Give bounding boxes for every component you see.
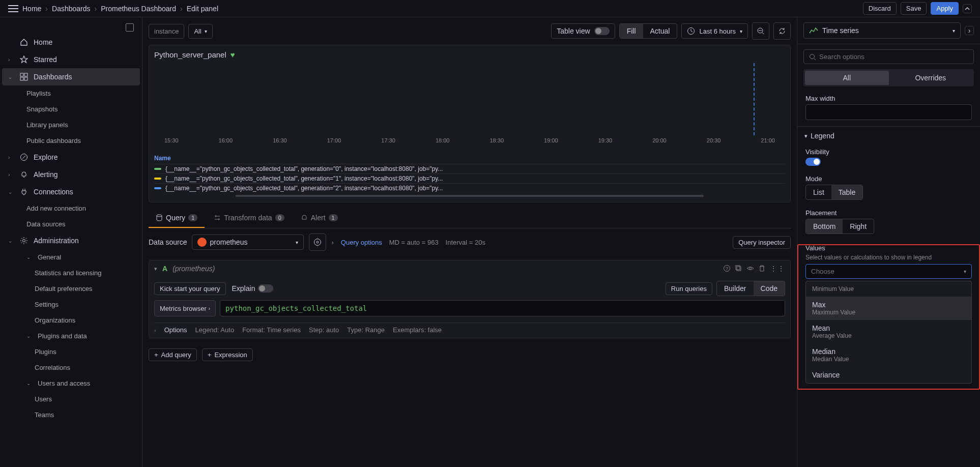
chevron-up-icon[interactable] [963, 4, 972, 13]
breadcrumb-home[interactable]: Home [22, 5, 41, 13]
sidebar-item-dashboards[interactable]: ⌄ Dashboards [2, 68, 140, 85]
drag-handle-icon[interactable]: ⋮⋮ [770, 265, 785, 273]
mode-list[interactable]: List [806, 185, 831, 199]
tab-query[interactable]: Query1 [149, 209, 205, 228]
search-field[interactable] [819, 53, 968, 61]
actual-button[interactable]: Actual [643, 24, 677, 38]
chevron-right-icon[interactable]: › [965, 26, 974, 35]
dd-option-median[interactable]: Median Median Value [806, 343, 971, 367]
time-range-picker[interactable]: Last 6 hours ▾ [681, 23, 748, 39]
placement-right[interactable]: Right [843, 219, 874, 234]
sidebar-item-correlations[interactable]: Correlations [2, 360, 140, 375]
data-source-select[interactable]: prometheus ▾ [192, 235, 304, 250]
settings-icon[interactable] [309, 234, 326, 251]
dock-icon[interactable] [126, 23, 134, 32]
explain-label: Explain [232, 284, 255, 293]
sidebar-item-general[interactable]: ⌄General [2, 249, 140, 265]
chevron-down-icon[interactable]: ▾ [154, 266, 157, 272]
kick-start-button[interactable]: Kick start your query [154, 282, 226, 295]
max-width-input[interactable] [805, 104, 972, 120]
placement-bottom[interactable]: Bottom [806, 219, 843, 234]
sidebar-item-orgs[interactable]: Organizations [2, 312, 140, 328]
visibility-toggle[interactable] [805, 158, 821, 166]
sidebar-item-add-connection[interactable]: Add new connection [2, 200, 140, 216]
metrics-browser-button[interactable]: Metrics browser › [154, 300, 216, 316]
sidebar-item-plugins[interactable]: Plugins [2, 344, 140, 360]
sidebar-item-teams[interactable]: Teams [2, 407, 140, 423]
sidebar-item-data-sources[interactable]: Data sources [2, 216, 140, 232]
variable-chip[interactable]: instance [149, 24, 184, 39]
dd-option-max[interactable]: Max Maximum Value [806, 297, 971, 320]
svg-point-10 [314, 239, 321, 246]
legend-header-name[interactable]: Name [154, 153, 785, 164]
horizontal-scrollbar[interactable] [236, 195, 704, 197]
query-expression-input[interactable]: python_gc_objects_collected_total [220, 300, 785, 316]
mode-table[interactable]: Table [831, 185, 862, 199]
help-icon[interactable]: ? [723, 265, 731, 273]
chevron-right-icon: › [95, 5, 97, 13]
breadcrumb-dashboards[interactable]: Dashboards [52, 5, 91, 13]
refresh-icon[interactable] [773, 22, 791, 40]
legend-section-header[interactable]: ▾ Legend [797, 127, 980, 145]
dd-option-min[interactable]: Minimum Value [806, 281, 971, 297]
copy-icon[interactable] [735, 265, 742, 273]
sidebar-item-starred[interactable]: › Starred [2, 51, 140, 68]
sidebar-item-administration[interactable]: ⌄ Administration [2, 232, 140, 249]
query-options-link[interactable]: Query options [341, 239, 382, 246]
sidebar-item-explore[interactable]: › Explore [2, 149, 140, 166]
table-view-toggle[interactable]: Table view [551, 23, 615, 39]
sidebar-item-settings[interactable]: Settings [2, 297, 140, 312]
chevron-down-icon: ⌄ [26, 254, 33, 260]
sidebar-item-users[interactable]: Users [2, 391, 140, 407]
sidebar-item-alerting[interactable]: › Alerting [2, 166, 140, 183]
sidebar-item-playlists[interactable]: Playlists [2, 85, 140, 101]
save-button[interactable]: Save [901, 2, 927, 15]
values-field-highlighted: Values Select values or calculations to … [797, 244, 980, 390]
add-expression-button[interactable]: + Expression [202, 348, 253, 361]
search-options-input[interactable] [803, 49, 974, 64]
chevron-right-icon[interactable]: › [154, 327, 156, 333]
chevron-right-icon[interactable]: › [331, 239, 333, 246]
tab-transform[interactable]: Transform data0 [207, 209, 292, 228]
run-queries-button[interactable]: Run queries [666, 282, 712, 295]
values-combo[interactable]: ▾ [805, 264, 972, 279]
mode-overrides[interactable]: Overrides [889, 71, 973, 85]
legend-row[interactable]: {__name__="python_gc_objects_collected_t… [154, 173, 785, 183]
legend-row[interactable]: {__name__="python_gc_objects_collected_t… [154, 183, 785, 193]
builder-mode[interactable]: Builder [717, 281, 754, 296]
heart-icon[interactable]: ♥ [230, 50, 235, 59]
chart[interactable]: 15:3016:0016:3017:0017:3018:0018:3019:00… [154, 63, 785, 151]
explain-toggle[interactable] [258, 284, 273, 293]
options-label[interactable]: Options [164, 326, 187, 334]
options-pane: Time series ▾ › All Overrides Max width … [797, 17, 980, 467]
tab-alert[interactable]: Alert1 [294, 209, 345, 228]
dd-option-variance[interactable]: Variance [806, 367, 971, 383]
add-query-button[interactable]: + Add query [149, 348, 197, 361]
query-inspector-button[interactable]: Query inspector [733, 236, 791, 249]
values-input[interactable] [811, 268, 961, 275]
sidebar-item-public-dashboards[interactable]: Public dashboards [2, 133, 140, 149]
fill-button[interactable]: Fill [620, 24, 643, 38]
menu-icon[interactable] [8, 4, 18, 14]
apply-button[interactable]: Apply [931, 2, 959, 15]
query-letter[interactable]: A [162, 265, 167, 273]
code-mode[interactable]: Code [754, 281, 785, 296]
sidebar-item-stats[interactable]: Statistics and licensing [2, 265, 140, 281]
sidebar-item-snapshots[interactable]: Snapshots [2, 101, 140, 117]
legend-row[interactable]: {__name__="python_gc_objects_collected_t… [154, 164, 785, 173]
trash-icon[interactable] [758, 265, 766, 273]
sidebar-item-home[interactable]: Home [2, 34, 140, 51]
variable-value[interactable]: All ▾ [188, 24, 212, 39]
sidebar-item-library-panels[interactable]: Library panels [2, 117, 140, 133]
mode-all[interactable]: All [805, 71, 889, 85]
viz-type-picker[interactable]: Time series ▾ [803, 22, 961, 39]
sidebar-item-prefs[interactable]: Default preferences [2, 281, 140, 297]
discard-button[interactable]: Discard [863, 2, 897, 15]
sidebar-item-users-access[interactable]: ⌄Users and access [2, 375, 140, 391]
dd-option-mean[interactable]: Mean Average Value [806, 320, 971, 343]
breadcrumb-dashboard[interactable]: Prometheus Dashboard [101, 5, 176, 13]
sidebar-item-plugins-data[interactable]: ⌄Plugins and data [2, 328, 140, 344]
zoom-out-icon[interactable] [752, 22, 769, 40]
sidebar-item-connections[interactable]: ⌄ Connections [2, 183, 140, 200]
eye-icon[interactable] [746, 265, 754, 273]
